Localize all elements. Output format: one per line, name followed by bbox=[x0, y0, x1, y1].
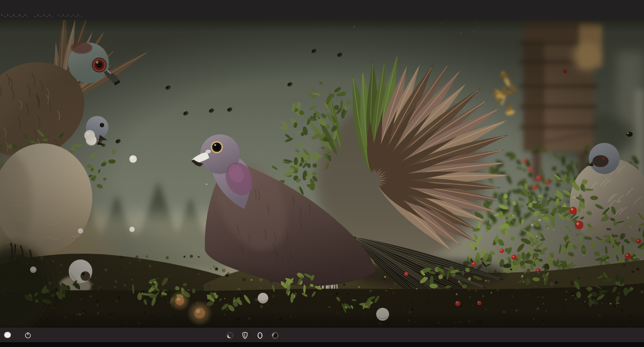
taskbar-center-icons bbox=[226, 331, 279, 339]
watermark-run-2: .,*.,*.,*. bbox=[33, 13, 53, 17]
sphere-icon[interactable] bbox=[271, 331, 279, 339]
wallpaper-image bbox=[0, 20, 644, 328]
pigeon-scene-svg bbox=[0, 20, 644, 328]
desktop: *.,*.,*.,*.,*..,*.,*.,*.*.,*.,*.,*.,*., bbox=[0, 0, 644, 347]
moon-circle-icon[interactable] bbox=[226, 331, 234, 339]
taskbar bbox=[0, 328, 644, 342]
power-icon[interactable] bbox=[24, 331, 32, 339]
ring-icon[interactable] bbox=[256, 331, 264, 339]
bottom-strip bbox=[0, 342, 644, 347]
taskbar-white-dot[interactable] bbox=[4, 332, 11, 338]
top-bar: *.,*.,*.,*.,*..,*.,*.,*.*.,*.,*.,*.,*., bbox=[0, 0, 644, 20]
vignette bbox=[0, 20, 644, 328]
watermark-run-3: *.,*.,*.,*.,*., bbox=[57, 13, 83, 17]
watermark-text: *.,*.,*.,*.,*..,*.,*.,*.*.,*.,*.,*.,*., bbox=[1, 13, 87, 18]
shield-icon[interactable] bbox=[241, 331, 249, 339]
watermark-run-1: *.,*.,*.,*.,*. bbox=[1, 13, 28, 17]
